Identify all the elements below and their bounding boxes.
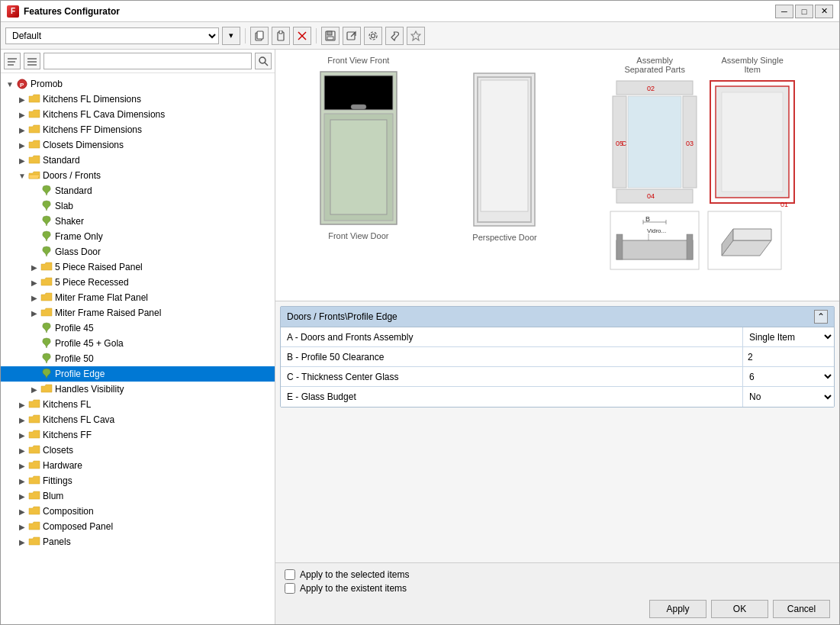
tree-item-blum[interactable]: ▶ Blum [1,488,275,504]
tree-item-kitchens-ff[interactable]: ▶ Kitchens FF [1,427,275,443]
close-button[interactable]: ✕ [815,5,833,18]
leaf-icon-4 [40,230,53,243]
search-button[interactable] [255,53,272,69]
folder-icon-cpanel [28,520,40,533]
tree-label-panels: Panels [43,536,71,547]
paste-button[interactable] [272,27,290,45]
checkbox-selected-items[interactable] [285,569,295,580]
tree-item-frame-only[interactable]: Frame Only [1,229,275,244]
right-panel: Front View Front Front View Door [275,50,839,624]
thickness-dropdown[interactable]: 4 5 6 8 10 [743,367,834,386]
props-title: Doors / Fronts\Profile Edge [287,311,397,322]
tree-item-profile-45-gola[interactable]: Profile 45 + Gola [1,336,275,351]
minimize-button[interactable]: ─ [775,5,793,18]
right-previews-col: Assembly Separated Parts 02 05 [609,56,798,271]
dropdown-button[interactable]: ▾ [222,27,240,45]
tree-item-profile-edge[interactable]: Profile Edge [1,366,275,382]
wrench-button[interactable] [385,27,404,45]
apply-button[interactable]: Apply [649,600,706,618]
tree-item-handles-vis[interactable]: ▶ Handles Visibility [1,382,275,397]
tree-item-closets[interactable]: ▶ Closets [1,443,275,458]
svg-text:01: 01 [780,201,788,207]
props-value-a[interactable]: Single Item Separated Parts [742,327,834,346]
props-label-a: A - Doors and Fronts Assembly [281,332,742,343]
assembly-dropdown[interactable]: Single Item Separated Parts [743,327,834,346]
folder-icon-hardware [28,459,40,472]
tree-item-kitchens-fl-cava-dim[interactable]: ▶ Kitchens FL Cava Dimensions [1,107,275,122]
tree-item-glass-door[interactable]: Glass Door [1,244,275,259]
left-panel: ▼ P Promob ▶ Kitchens FL Dimensions ▶ Ki… [1,50,275,624]
ok-button[interactable]: OK [711,600,768,618]
tree-item-root[interactable]: ▼ P Promob [1,76,275,92]
button-row: Apply OK Cancel [285,600,830,618]
cancel-button[interactable]: Cancel [773,600,830,618]
delete-button[interactable] [293,27,311,45]
tree-item-closets-dim[interactable]: ▶ Closets Dimensions [1,137,275,153]
pin-button[interactable] [407,27,425,45]
tree-label-kitchens-fl-cava: Kitchens FL Cava Dimensions [43,109,165,120]
front-view-front-svg [317,68,401,228]
tree-item-kitchens-fl-cava[interactable]: ▶ Kitchens FL Cava [1,412,275,427]
glass-budget-dropdown[interactable]: Yes No [743,387,834,407]
maximize-button[interactable]: □ [795,5,813,18]
tree-label-shaker: Shaker [55,216,84,227]
search-input[interactable] [43,53,252,69]
export-button[interactable] [343,27,361,45]
tree-item-kitchens-ff-dim[interactable]: ▶ Kitchens FF Dimensions [1,122,275,137]
copy-button[interactable] [250,27,269,45]
svg-rect-13 [8,58,17,60]
folder-icon-handles [40,383,53,395]
assembly-sep-svg: 02 05 03 04 [609,77,700,207]
tree-label-kitchens-ff: Kitchens FF [43,430,92,440]
tree-item-standard2[interactable]: Standard [1,183,275,198]
tree-item-slab[interactable]: Slab [1,198,275,214]
folder-icon-4 [28,139,40,151]
folder-open-icon-1 [28,169,40,182]
front-view-front-col: Front View Front Front View Door [317,56,401,240]
tree-item-doors-fronts[interactable]: ▼ Doors / Fronts [1,168,275,183]
tree-label-5piece-recessed: 5 Piece Recessed [55,277,129,288]
tree-icon-btn-2[interactable] [24,53,40,69]
tree-item-hardware[interactable]: ▶ Hardware [1,458,275,473]
tree-item-profile-45[interactable]: Profile 45 [1,321,275,336]
tree-item-kitchens-fl-dim[interactable]: ▶ Kitchens FL Dimensions [1,92,275,107]
svg-text:P: P [20,82,24,89]
main-window: F Features Configurator ─ □ ✕ Default ▾ [0,0,840,625]
tree-item-shaker[interactable]: Shaker [1,214,275,229]
tree-item-miter-frame-raised[interactable]: ▶ Miter Frame Raised Panel [1,305,275,321]
tree-item-composition[interactable]: ▶ Composition [1,504,275,519]
tree-item-standard[interactable]: ▶ Standard [1,153,275,168]
tree-item-kitchens-fl[interactable]: ▶ Kitchens FL [1,397,275,412]
window-title: Features Configurator [24,6,120,17]
tree-label-profile-edge: Profile Edge [55,369,105,379]
props-collapse-button[interactable]: ⌃ [814,310,828,324]
tree-icon-btn-1[interactable] [4,53,21,69]
props-value-e[interactable]: Yes No [742,387,834,407]
props-value-c[interactable]: 4 5 6 8 10 [742,367,834,386]
leaf-icon-1 [40,185,53,197]
tree-item-profile-50[interactable]: Profile 50 [1,351,275,366]
save-button[interactable] [321,27,340,45]
tree-item-panels[interactable]: ▶ Panels [1,534,275,549]
tree-item-miter-frame-flat[interactable]: ▶ Miter Frame Flat Panel [1,290,275,305]
svg-rect-52 [687,234,693,259]
tree-item-fittings[interactable]: ▶ Fittings [1,473,275,488]
title-bar: F Features Configurator ─ □ ✕ [1,1,839,22]
assembly-sep-label: Assembly Separated Parts [616,56,693,74]
svg-text:B: B [645,215,650,223]
profile-combo[interactable]: Default [5,27,219,44]
tree-label-profile-45: Profile 45 [55,323,94,333]
tree-label-miter-frame-raised: Miter Frame Raised Panel [55,308,161,318]
tree-item-5piece-recessed[interactable]: ▶ 5 Piece Recessed [1,275,275,290]
tree-item-composed-panel[interactable]: ▶ Composed Panel [1,519,275,534]
props-label-e: E - Glass Budget [281,391,742,402]
tree-item-5piece-raised[interactable]: ▶ 5 Piece Raised Panel [1,259,275,275]
checkbox-existent-items[interactable] [285,583,295,594]
tree-label-handles-vis: Handles Visibility [55,384,124,395]
svg-rect-14 [8,61,15,63]
tree-label-5piece-raised: 5 Piece Raised Panel [55,262,143,272]
assembly-single-col: Assembly Single Item 01 [706,56,798,207]
checkbox-selected-label: Apply to the selected items [300,569,409,580]
settings-button[interactable] [364,27,382,45]
folder-icon-raised [40,261,53,273]
